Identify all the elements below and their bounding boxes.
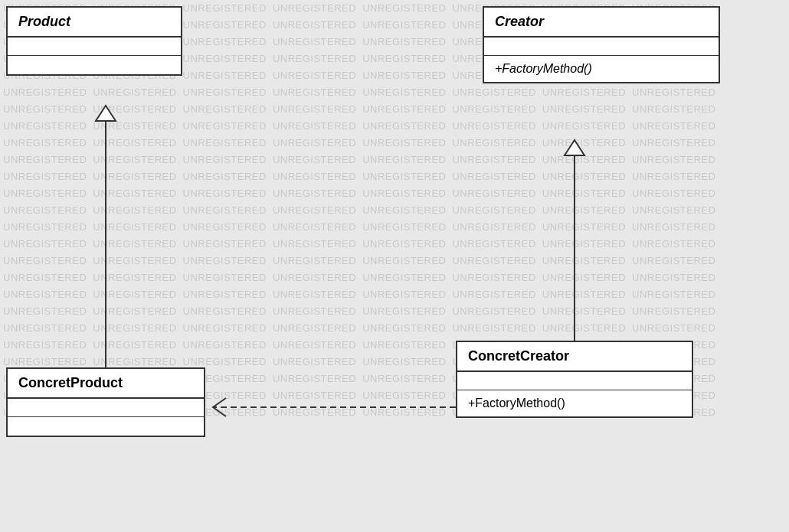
watermark-item: UNREGISTERED	[539, 303, 629, 320]
watermark-item: UNREGISTERED	[359, 387, 449, 404]
concret-creator-factory-method: +FactoryMethod()	[457, 390, 692, 416]
watermark-item: UNREGISTERED	[539, 286, 629, 303]
concret-creator-method-section: +FactoryMethod()	[457, 390, 692, 416]
watermark-item: UNREGISTERED	[449, 101, 539, 118]
watermark-item: UNREGISTERED	[359, 236, 449, 253]
watermark-item: UNREGISTERED	[359, 337, 449, 354]
watermark-item: UNREGISTERED	[359, 286, 449, 303]
watermark-item: UNREGISTERED	[90, 303, 179, 320]
watermark-item: UNREGISTERED	[90, 101, 179, 118]
watermark-item: UNREGISTERED	[449, 219, 539, 236]
watermark-item: UNREGISTERED	[359, 152, 449, 168]
creator-method-section: +FactoryMethod()	[484, 56, 719, 82]
watermark-item: UNREGISTERED	[180, 236, 270, 253]
watermark-item: UNREGISTERED	[449, 303, 539, 320]
product-section-2	[8, 56, 181, 74]
watermark-item: UNREGISTERED	[270, 84, 359, 101]
watermark-item: UNREGISTERED	[270, 303, 359, 320]
watermark-item: UNREGISTERED	[180, 0, 270, 17]
watermark-item: UNREGISTERED	[270, 370, 359, 387]
watermark-item: UNREGISTERED	[0, 135, 90, 152]
watermark-item: UNREGISTERED	[629, 84, 719, 101]
watermark-item: UNREGISTERED	[0, 168, 90, 185]
watermark-item: UNREGISTERED	[0, 202, 90, 219]
svg-marker-3	[565, 140, 584, 155]
watermark-item: UNREGISTERED	[629, 118, 719, 135]
watermark-item: UNREGISTERED	[180, 51, 270, 67]
watermark-item: UNREGISTERED	[539, 219, 629, 236]
watermark-item: UNREGISTERED	[180, 219, 270, 236]
watermark-item: UNREGISTERED	[629, 320, 719, 337]
watermark-item: UNREGISTERED	[359, 135, 449, 152]
watermark-item: UNREGISTERED	[449, 253, 539, 269]
watermark-item: UNREGISTERED	[270, 101, 359, 118]
watermark-item: UNREGISTERED	[270, 269, 359, 286]
watermark-item: UNREGISTERED	[180, 101, 270, 118]
watermark-item: UNREGISTERED	[90, 337, 179, 354]
watermark-item: UNREGISTERED	[629, 135, 719, 152]
watermark-item: UNREGISTERED	[629, 219, 719, 236]
watermark-item: UNREGISTERED	[539, 101, 629, 118]
watermark-item: UNREGISTERED	[270, 0, 359, 17]
watermark-item: UNREGISTERED	[359, 269, 449, 286]
watermark-item: UNREGISTERED	[270, 51, 359, 67]
watermark-item: UNREGISTERED	[90, 152, 179, 168]
watermark-item: UNREGISTERED	[359, 219, 449, 236]
creator-class: Creator +FactoryMethod()	[483, 6, 720, 83]
watermark-item: UNREGISTERED	[180, 286, 270, 303]
watermark-item: UNREGISTERED	[0, 219, 90, 236]
watermark-item: UNREGISTERED	[629, 303, 719, 320]
watermark-item: UNREGISTERED	[270, 202, 359, 219]
watermark-item: UNREGISTERED	[90, 202, 179, 219]
watermark-item: UNREGISTERED	[629, 168, 719, 185]
watermark-item: UNREGISTERED	[0, 236, 90, 253]
watermark-item: UNREGISTERED	[539, 118, 629, 135]
watermark-item: UNREGISTERED	[449, 135, 539, 152]
watermark-item: UNREGISTERED	[180, 67, 270, 84]
watermark-item: UNREGISTERED	[449, 185, 539, 202]
watermark-item: UNREGISTERED	[629, 101, 719, 118]
watermark-item: UNREGISTERED	[0, 152, 90, 168]
watermark-item: UNREGISTERED	[90, 269, 179, 286]
watermark-item: UNREGISTERED	[359, 354, 449, 370]
watermark-item: UNREGISTERED	[539, 269, 629, 286]
watermark-item: UNREGISTERED	[539, 84, 629, 101]
watermark-item: UNREGISTERED	[449, 236, 539, 253]
watermark-item: UNREGISTERED	[270, 354, 359, 370]
watermark-item: UNREGISTERED	[270, 168, 359, 185]
watermark-item: UNREGISTERED	[180, 303, 270, 320]
creator-section-1	[484, 38, 719, 56]
watermark-item: UNREGISTERED	[270, 17, 359, 34]
watermark-item: UNREGISTERED	[270, 34, 359, 51]
watermark-item: UNREGISTERED	[180, 17, 270, 34]
watermark-item: UNREGISTERED	[180, 253, 270, 269]
concret-creator-section-1	[457, 372, 692, 390]
watermark-item: UNREGISTERED	[359, 84, 449, 101]
watermark-item: UNREGISTERED	[180, 269, 270, 286]
watermark-item: UNREGISTERED	[359, 185, 449, 202]
watermark-item: UNREGISTERED	[449, 152, 539, 168]
product-class: Product	[6, 6, 182, 76]
watermark-item: UNREGISTERED	[0, 185, 90, 202]
watermark-item: UNREGISTERED	[359, 118, 449, 135]
product-class-name: Product	[8, 8, 181, 38]
watermark-item: UNREGISTERED	[270, 152, 359, 168]
watermark-item: UNREGISTERED	[359, 67, 449, 84]
watermark-item: UNREGISTERED	[539, 152, 629, 168]
watermark-item: UNREGISTERED	[90, 168, 179, 185]
watermark-item: UNREGISTERED	[90, 185, 179, 202]
watermark-item: UNREGISTERED	[180, 135, 270, 152]
watermark-item: UNREGISTERED	[180, 337, 270, 354]
watermark-item: UNREGISTERED	[359, 34, 449, 51]
watermark-item: UNREGISTERED	[180, 185, 270, 202]
watermark-item: UNREGISTERED	[180, 320, 270, 337]
watermark-item: UNREGISTERED	[270, 185, 359, 202]
watermark-item: UNREGISTERED	[90, 236, 179, 253]
watermark-item: UNREGISTERED	[449, 202, 539, 219]
watermark-item: UNREGISTERED	[629, 236, 719, 253]
watermark-item: UNREGISTERED	[270, 236, 359, 253]
watermark-item: UNREGISTERED	[0, 253, 90, 269]
watermark-item: UNREGISTERED	[539, 320, 629, 337]
watermark-item: UNREGISTERED	[180, 34, 270, 51]
watermark-item: UNREGISTERED	[270, 404, 359, 421]
